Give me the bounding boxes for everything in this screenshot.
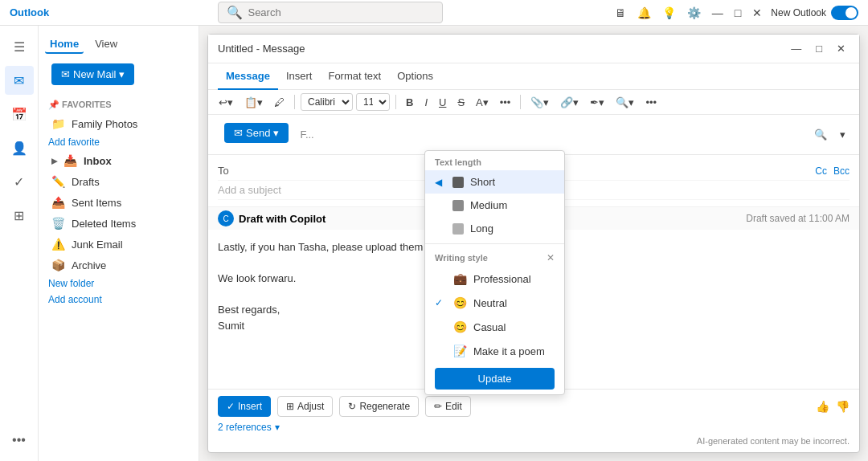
nav-icon-calendar[interactable]: 📅 — [5, 100, 34, 129]
sidebar-item-deleted[interactable]: 🗑️ Deleted Items — [42, 213, 195, 234]
search-icon: 🔍 — [227, 5, 243, 20]
copilot-draft-label: Draft with Copilot — [239, 213, 326, 225]
dropdown-item-poem[interactable]: 📝 Make it a poem — [425, 339, 564, 363]
tab-view[interactable]: View — [90, 35, 122, 54]
format-label: F... — [300, 129, 313, 141]
subject-placeholder: Add a subject — [218, 184, 281, 196]
new-outlook-toggle[interactable] — [831, 6, 858, 20]
bcc-link[interactable]: Bcc — [833, 165, 850, 177]
outlook-logo: Outlook — [10, 6, 49, 18]
minimize-compose-button[interactable]: — — [787, 41, 805, 56]
junk-icon: ⚠️ — [51, 238, 65, 251]
format-painter-button[interactable]: 🖊 — [270, 94, 289, 111]
tab-insert[interactable]: Insert — [278, 63, 321, 90]
search-input[interactable] — [248, 6, 424, 18]
highlight-button[interactable]: A▾ — [472, 94, 493, 111]
strikethrough-button[interactable]: S — [453, 94, 469, 111]
search-bar[interactable]: 🔍 — [218, 2, 443, 23]
tab-message[interactable]: Message — [218, 63, 278, 90]
nav-icon-tasks[interactable]: ✓ — [5, 167, 34, 196]
attach-button[interactable]: 📎▾ — [526, 94, 553, 111]
restore-compose-button[interactable]: □ — [812, 41, 826, 56]
bell-icon[interactable]: 🔔 — [635, 4, 653, 22]
link-button[interactable]: 🔗▾ — [556, 94, 583, 111]
medium-color-swatch — [452, 200, 464, 211]
tab-options[interactable]: Options — [389, 63, 441, 90]
adjust-icon: ⊞ — [286, 401, 294, 412]
nav-icon-menu[interactable]: ☰ — [5, 32, 34, 61]
nav-icons: ☰ ✉ 📅 👤 ✓ ⊞ ••• — [0, 26, 39, 461]
more-format-button[interactable]: ••• — [496, 94, 515, 111]
undo-button[interactable]: ↩▾ — [215, 94, 237, 111]
nav-icon-apps[interactable]: ⊞ — [5, 201, 34, 230]
nav-icon-more[interactable]: ••• — [5, 426, 34, 455]
minimize-icon[interactable]: — — [710, 4, 726, 22]
clipboard-button[interactable]: 📋▾ — [240, 94, 267, 111]
regenerate-button[interactable]: ↻ Regenerate — [339, 396, 419, 417]
dropdown-item-neutral[interactable]: ✓ 😊 Neutral — [425, 291, 564, 315]
sidebar: Home View ✉ New Mail ▾ 📌 Favorites 📁 Fam… — [39, 26, 199, 461]
dropdown-separator — [425, 243, 564, 244]
drafts-icon: ✏️ — [51, 175, 65, 188]
new-mail-button[interactable]: ✉ New Mail ▾ — [51, 63, 134, 85]
expand-compose-button[interactable]: ▾ — [836, 126, 850, 143]
new-mail-area: ✉ New Mail ▾ — [39, 57, 199, 96]
dropdown-item-short[interactable]: ◀ Short — [425, 170, 564, 194]
signature-button[interactable]: ✒▾ — [586, 94, 608, 111]
settings-icon[interactable]: ⚙️ — [685, 4, 703, 22]
top-bar-left: Outlook — [10, 6, 49, 18]
font-size-select[interactable]: 11 — [356, 93, 390, 111]
compose-tabs: Message Insert Format text Options — [208, 63, 859, 90]
italic-button[interactable]: I — [420, 94, 432, 111]
sidebar-item-archive[interactable]: 📦 Archive — [42, 255, 195, 275]
maximize-icon[interactable]: □ — [732, 4, 743, 22]
underline-button[interactable]: U — [435, 94, 450, 111]
zoom-button[interactable]: 🔍▾ — [612, 94, 638, 111]
zoom-compose-button[interactable]: 🔍 — [810, 126, 831, 143]
add-account-link[interactable]: Add account — [39, 292, 199, 308]
send-icon: ✉ — [234, 127, 243, 139]
thumbs-up-button[interactable]: 👍 — [816, 400, 829, 413]
dropdown-item-long[interactable]: Long — [425, 217, 564, 240]
close-icon[interactable]: ✕ — [750, 4, 764, 22]
writing-style-close-button[interactable]: ✕ — [547, 252, 555, 263]
sidebar-item-family-photos[interactable]: 📁 Family Photos — [42, 113, 195, 134]
dropdown-item-casual[interactable]: 😊 Casual — [425, 315, 564, 339]
writing-style-header: Writing style ✕ — [425, 247, 564, 267]
lightbulb-icon[interactable]: 💡 — [660, 4, 678, 22]
dropdown-item-medium[interactable]: Medium — [425, 194, 564, 217]
edit-button[interactable]: ✏ Edit — [425, 396, 471, 417]
font-name-select[interactable]: Calibri — [301, 93, 353, 111]
cc-link[interactable]: Cc — [815, 165, 827, 177]
sidebar-item-junk[interactable]: ⚠️ Junk Email — [42, 234, 195, 255]
insert-button[interactable]: ✓ Insert — [218, 396, 271, 417]
new-folder-link[interactable]: New folder — [39, 275, 199, 292]
copilot-avatar: C — [218, 210, 234, 226]
sidebar-item-sent[interactable]: 📤 Sent Items — [42, 192, 195, 213]
sidebar-item-drafts[interactable]: ✏️ Drafts — [42, 171, 195, 192]
close-compose-button[interactable]: ✕ — [833, 41, 850, 56]
nav-icon-mail[interactable]: ✉ — [5, 66, 34, 95]
nav-icon-people[interactable]: 👤 — [5, 133, 34, 162]
sidebar-item-inbox[interactable]: ▸ 📥 Inbox — [42, 150, 195, 171]
send-dropdown-icon[interactable]: ▾ — [273, 127, 279, 139]
references-bar[interactable]: 2 references ▾ — [218, 417, 850, 433]
more-options-button[interactable]: ••• — [641, 94, 661, 111]
dropdown-item-professional[interactable]: 💼 Professional — [425, 267, 564, 291]
dropdown-overlay: Text length ◀ Short Medium Long Writing … — [424, 150, 565, 395]
send-button[interactable]: ✉ Send ▾ — [224, 123, 289, 143]
deleted-icon: 🗑️ — [51, 217, 65, 230]
new-mail-dropdown-icon[interactable]: ▾ — [119, 68, 125, 80]
tab-home[interactable]: Home — [45, 35, 84, 54]
bold-button[interactable]: B — [402, 94, 417, 111]
regenerate-icon: ↻ — [348, 401, 356, 412]
content-area: Untitled - Message — □ ✕ Message Insert … — [199, 26, 868, 461]
tab-format-text[interactable]: Format text — [320, 63, 389, 90]
favorites-icon: 📌 — [48, 100, 59, 109]
monitor-icon[interactable]: 🖥 — [612, 4, 628, 22]
references-label: 2 references — [218, 422, 272, 433]
add-favorite-link[interactable]: Add favorite — [39, 134, 199, 150]
adjust-button[interactable]: ⊞ Adjust — [277, 396, 333, 417]
update-button[interactable]: Update — [435, 368, 555, 390]
thumbs-down-button[interactable]: 👎 — [836, 400, 850, 413]
